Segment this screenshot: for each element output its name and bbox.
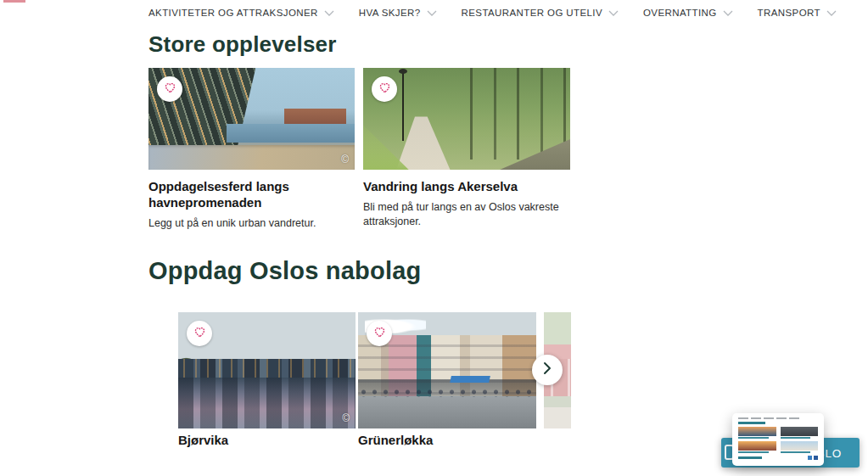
grunerlokka-photo (358, 312, 536, 428)
akerselva-forest-photo (363, 68, 570, 170)
neighborhoods-carousel: © Bjørvika Grünerløkka (178, 312, 571, 447)
mini-card (738, 427, 776, 439)
lamp-post-shape (402, 72, 404, 142)
experiences-heading: Store opplevelser (148, 31, 337, 58)
chevron-down-icon (608, 10, 619, 16)
mini-card (781, 427, 819, 439)
neighborhood-card-title: Grünerløkka (358, 433, 536, 447)
experience-card-akerselva[interactable]: Vandring langs Akerselva Bli med på tur … (363, 68, 570, 230)
mini-nav-bars (738, 417, 818, 419)
favorite-heart-button[interactable] (157, 76, 182, 102)
blue-awning-shape (450, 376, 490, 383)
heart-icon (373, 326, 386, 341)
experience-card-title: Vandring langs Akerselva (363, 179, 570, 195)
street-shape (358, 397, 536, 428)
chevron-right-icon (543, 361, 552, 378)
nav-item-label: HVA SKJER? (359, 8, 421, 18)
nav-item-aktiviteter[interactable]: AKTIVITETER OG ATTRAKSJONER (148, 8, 334, 18)
nav-item-hva-skjer[interactable]: HVA SKJER? (359, 8, 437, 18)
heart-icon (164, 81, 176, 97)
barcode-skyline-shape (178, 359, 356, 378)
harbour-promenade-photo: © (148, 68, 355, 170)
experience-card-description: Legg ut på en unik urban vandretur. (148, 216, 355, 231)
nav-item-label: TRANSPORT (758, 8, 820, 18)
chevron-down-icon (826, 10, 837, 16)
copyright-icon: © (341, 154, 349, 165)
heart-icon (378, 81, 391, 97)
water-shape (227, 124, 355, 143)
neighborhood-card-bjorvika[interactable]: © Bjørvika (178, 312, 356, 447)
experiences-card-row: © Oppdagelsesferd langs havnepromenaden … (148, 68, 570, 230)
chevron-down-icon (723, 10, 733, 16)
chevron-down-icon (427, 10, 437, 16)
top-edge-sliver (3, 0, 25, 3)
mini-heading-bar (738, 422, 765, 424)
mini-card (738, 441, 776, 453)
carousel-track: © Bjørvika Grünerløkka (178, 312, 571, 447)
water-reflection-shape (178, 378, 356, 428)
neighborhood-card-title: Bjørvika (178, 433, 356, 447)
page-thumbnail-preview[interactable] (732, 413, 824, 466)
main-nav: AKTIVITETER OG ATTRAKSJONER HVA SKJER? R… (148, 8, 837, 18)
nav-item-label: AKTIVITETER OG ATTRAKSJONER (148, 8, 318, 18)
experience-card-title: Oppdagelsesferd langs havnepromenaden (148, 179, 355, 211)
nav-item-restauranter[interactable]: RESTAURANTER OG UTELIV (462, 8, 619, 18)
nav-item-label: RESTAURANTER OG UTELIV (462, 8, 602, 18)
nav-item-overnatting[interactable]: OVERNATTING (643, 8, 733, 18)
bjorvika-photo: © (178, 312, 356, 428)
carousel-next-button[interactable] (532, 355, 563, 385)
nav-item-label: OVERNATTING (643, 8, 717, 18)
nav-item-transport[interactable]: TRANSPORT (758, 8, 837, 18)
mini-heading-bar (738, 456, 762, 459)
mini-card (781, 441, 819, 453)
favorite-heart-button[interactable] (187, 321, 212, 346)
favorite-heart-button[interactable] (367, 321, 392, 346)
brick-building-shape (284, 109, 346, 124)
mini-footer (738, 456, 818, 460)
tree-trunks-shape (450, 68, 570, 160)
experience-card-havnepromenaden[interactable]: © Oppdagelsesferd langs havnepromenaden … (148, 68, 355, 230)
promenade-deck-shape (148, 145, 355, 170)
chevron-down-icon (324, 10, 334, 16)
neighborhood-card-grunerlokka[interactable]: Grünerløkka (358, 312, 536, 447)
experience-card-description: Bli med på tur langs en av Oslos vakrest… (363, 200, 570, 229)
favorite-heart-button[interactable] (372, 76, 397, 102)
mini-card-grid (738, 427, 818, 453)
neighborhoods-heading: Oppdag Oslos nabolag (148, 257, 421, 285)
heart-icon (193, 326, 206, 341)
mini-pager-icons (808, 456, 818, 460)
copyright-icon: © (342, 412, 350, 424)
